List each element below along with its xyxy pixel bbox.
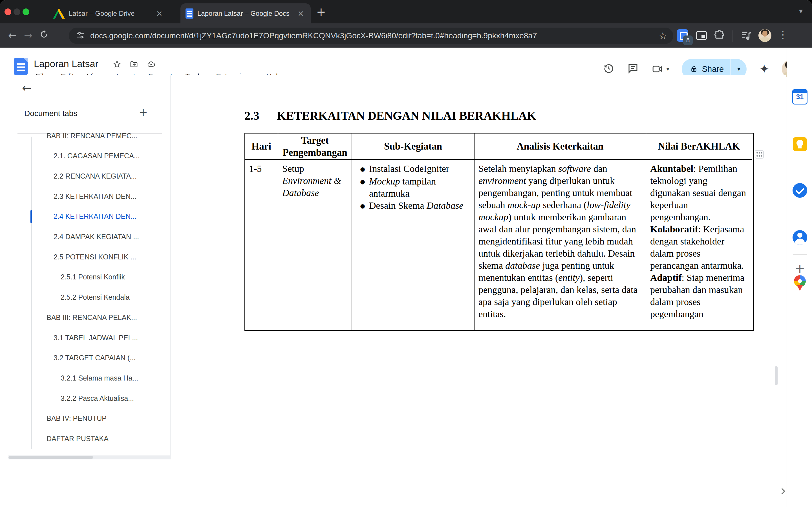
tab-title: Latsar – Google Drive — [69, 10, 151, 17]
forward-button[interactable]: → — [20, 31, 36, 41]
move-to-folder-icon[interactable] — [130, 60, 138, 69]
zoom-window-button[interactable] — [22, 8, 29, 15]
table-header-nilai: Nilai BerAKHLAK — [646, 133, 752, 160]
maps-icon[interactable] — [794, 275, 806, 291]
keep-icon[interactable] — [793, 137, 807, 151]
text-run: Environment & — [282, 175, 341, 186]
bookmark-star-icon[interactable]: ☆ — [659, 31, 667, 41]
lock-icon — [690, 65, 698, 73]
gemini-icon[interactable]: ✦ — [759, 63, 769, 75]
sidebar-item-label: 3.2.1 Selama masa Ha... — [61, 374, 138, 382]
text-run: Database — [282, 187, 319, 198]
sidebar-item-10[interactable]: BAB III: RENCANA PELAK... — [47, 309, 170, 326]
sidebar-item-3[interactable]: 2.2 RENCANA KEGIATA... — [54, 168, 170, 184]
bullet-icon: ● — [356, 175, 369, 200]
sidebar-item-16[interactable]: DAFTAR PUSTAKA — [47, 431, 170, 447]
browser-window: Latsar – Google Drive × Laporan Latsar –… — [0, 0, 812, 507]
google-docs-icon — [186, 8, 193, 18]
sidebar-item-11[interactable]: 3.1 TABEL JADWAL PEL... — [54, 330, 170, 346]
extension-badge: 8 — [683, 36, 693, 45]
calendar-icon[interactable]: 31 — [792, 89, 808, 105]
sidebar-item-1[interactable]: BAB II: RENCANA PEMEC... — [47, 128, 170, 144]
text-run: Instalasi CodeIgniter — [369, 163, 449, 174]
sidebar-item-4[interactable]: 2.3 KETERKAITAN DEN... — [54, 188, 170, 205]
text-run: mock-up — [507, 200, 541, 210]
text-run: sederhana ( — [541, 200, 587, 210]
version-history-icon[interactable] — [603, 62, 615, 75]
extensions-puzzle-icon[interactable] — [714, 29, 726, 42]
media-controls-icon[interactable] — [741, 29, 753, 42]
get-addons-button[interactable]: + — [795, 262, 805, 275]
sidebar-scrollbar[interactable] — [8, 455, 170, 459]
comments-icon[interactable] — [627, 62, 639, 75]
table-header-analisis: Analisis Keterkaitan — [474, 133, 646, 160]
text-run: entity — [558, 272, 580, 283]
bullet-icon: ● — [356, 200, 369, 212]
tab-bar: Latsar – Google Drive × Laporan Latsar –… — [0, 0, 812, 23]
sidebar-item-label: BAB IV: PENUTUP — [47, 414, 107, 422]
url-text[interactable]: docs.google.com/document/d/1jZY1AGc7udo1… — [90, 31, 655, 40]
expand-chevron-icon[interactable] — [778, 486, 788, 498]
close-tab-icon[interactable]: × — [296, 10, 306, 17]
password-extension-icon[interactable]: 8 — [677, 29, 689, 42]
text-run: antarmuka — [369, 188, 410, 199]
sidebar-item-2[interactable]: 2.1. GAGASAN PEMECA... — [54, 148, 170, 164]
text-run: dan — [591, 163, 607, 174]
document-canvas[interactable]: 2.3 KETERKAITAN DENGAN NILAI BERAKHLAK H… — [170, 75, 786, 459]
google-docs-app-icon[interactable] — [14, 58, 28, 75]
sidebar-item-12[interactable]: 3.2 TARGET CAPAIAN (... — [54, 350, 170, 366]
share-dropdown-icon[interactable]: ▾ — [731, 66, 747, 72]
sidebar-item-5[interactable]: 2.4 KETERKAITAN DEN... — [54, 209, 170, 225]
text-run: Mockup — [369, 176, 400, 186]
sidebar-header: Document tabs — [24, 109, 77, 118]
back-button[interactable]: ← — [4, 31, 20, 41]
berakhlak-table[interactable]: Hari Target Pengembangan Sub-Kegiatan An… — [245, 133, 754, 331]
table-drag-handle-icon[interactable] — [755, 150, 764, 159]
reload-button[interactable] — [36, 30, 52, 42]
cell-hari: 1-5 — [245, 160, 278, 330]
cell-analisis: Setelah menyiapkan software dan environm… — [474, 160, 646, 330]
document-scrollbar[interactable] — [775, 366, 777, 385]
sidebar-item-label: 3.1 TABEL JADWAL PEL... — [54, 334, 138, 342]
contacts-icon[interactable] — [793, 230, 807, 245]
address-bar[interactable]: docs.google.com/document/d/1jZY1AGc7udo1… — [69, 27, 673, 44]
sidebar-item-9[interactable]: 2.5.2 Potensi Kendala — [61, 289, 170, 305]
sidebar-item-7[interactable]: 2.5 POTENSI KONFLIK ... — [54, 249, 170, 265]
text-run: environment — [478, 175, 526, 186]
meet-video-button[interactable]: ▾ — [651, 63, 669, 75]
cloud-saved-icon[interactable] — [147, 60, 156, 69]
cell-nilai: Akuntabel: Pemilihan teknologi yang digu… — [646, 160, 752, 330]
sidebar-item-label: BAB II: RENCANA PEMEC... — [47, 132, 137, 140]
tab-title: Laporan Latsar – Google Docs — [197, 10, 292, 17]
sidebar-item-15[interactable]: BAB IV: PENUTUP — [47, 410, 170, 427]
text-run: Database — [426, 200, 463, 211]
text-run: Setelah menyiapkan — [478, 163, 558, 174]
text-run: tampilan — [400, 176, 436, 186]
tab-google-drive[interactable]: Latsar – Google Drive × — [48, 3, 169, 23]
site-settings-icon[interactable] — [76, 31, 85, 41]
tab-search-chevron-icon[interactable]: ▾ — [799, 7, 803, 15]
sidebar-item-6[interactable]: 2.4 DAMPAK KEGIATAN ... — [54, 229, 170, 245]
close-tab-icon[interactable]: × — [154, 10, 164, 17]
tasks-icon[interactable] — [793, 183, 807, 198]
table-header-target: Target Pengembangan — [278, 133, 352, 160]
minimize-window-button[interactable] — [13, 8, 20, 15]
sidebar-item-label: 2.4 DAMPAK KEGIATAN ... — [54, 233, 139, 241]
browser-profile-avatar[interactable] — [758, 29, 771, 42]
close-sidebar-back-icon[interactable]: ← — [22, 82, 32, 94]
sidebar-item-13[interactable]: 3.2.1 Selama masa Ha... — [61, 370, 170, 386]
meet-dropdown-icon[interactable]: ▾ — [666, 66, 669, 72]
new-tab-button[interactable]: + — [316, 6, 326, 17]
side-panel: 31 + — [786, 48, 812, 507]
picture-in-picture-icon[interactable] — [695, 29, 708, 42]
sidebar-item-14[interactable]: 3.2.2 Pasca Aktualisa... — [61, 390, 170, 406]
document-title[interactable]: Laporan Latsar — [34, 58, 98, 69]
table-header-hari: Hari — [245, 133, 278, 160]
tab-google-docs[interactable]: Laporan Latsar – Google Docs × — [181, 3, 311, 23]
browser-menu-kebab-icon[interactable]: ⋮ — [778, 30, 788, 42]
bullet-item: ● Mockup tampilanantarmuka — [356, 175, 470, 200]
sidebar-item-8[interactable]: 2.5.1 Potensi Konflik — [61, 269, 170, 285]
add-document-tab-button[interactable]: + — [139, 107, 148, 117]
close-window-button[interactable] — [4, 8, 11, 15]
star-document-icon[interactable] — [113, 60, 121, 69]
